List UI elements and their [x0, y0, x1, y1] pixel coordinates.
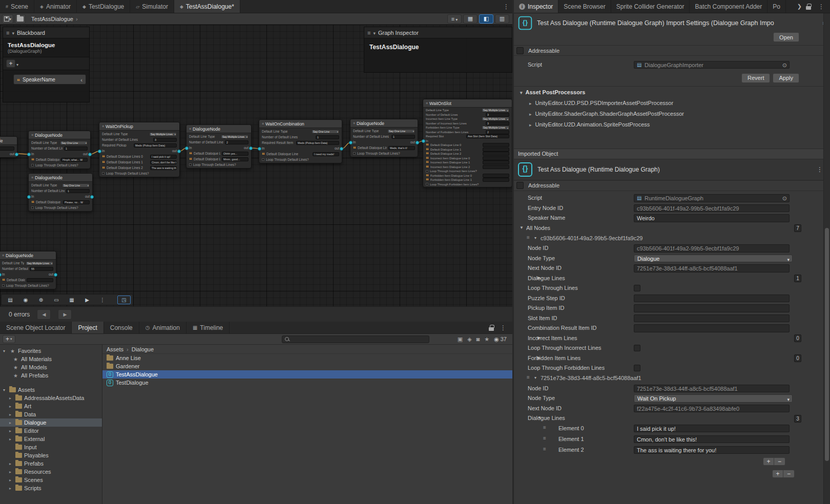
- foldout-arrow-icon[interactable]: [3, 388, 7, 392]
- node-row[interactable]: Default Line Type Say Multiple Lines Say…: [186, 134, 251, 139]
- layout-icon[interactable]: ▦: [65, 296, 78, 304]
- row-value-field[interactable]: RuntimeDialogueGraph: [634, 194, 790, 202]
- array-size-field[interactable]: 0: [794, 334, 801, 342]
- lock-icon[interactable]: [489, 327, 494, 331]
- node-row[interactable]: Default Dialogue Lines 1 Mmm, good... Mm…: [186, 156, 251, 162]
- row-value-field[interactable]: [634, 314, 790, 323]
- graph-inspector-panel[interactable]: Graph Inspector TestAssDialogue: [364, 27, 512, 73]
- favorite-star-icon[interactable]: ★: [484, 336, 489, 343]
- node-row[interactable]: Incorrect Item Line Type Say Multiple Li…: [423, 117, 512, 121]
- row-value-field[interactable]: [634, 324, 790, 332]
- node-row[interactable]: Number of Default Lines 55 55 55: [0, 266, 56, 271]
- foldout-arrow-icon[interactable]: [9, 486, 13, 491]
- graph-node[interactable]: DialogueNode Default Line Type Say Multi…: [0, 251, 56, 289]
- remove-element-button[interactable]: [783, 470, 795, 478]
- node-row[interactable]: Default Line Type Say One Line Say One L…: [259, 129, 342, 134]
- node-row[interactable]: Default Dialogue Lines 0 I said pick it …: [99, 154, 179, 159]
- play-icon[interactable]: ▶: [80, 296, 94, 304]
- view-menu-button[interactable]: ≡: [447, 14, 462, 24]
- node-row[interactable]: Loop Through Incorrect Item Lines?: [423, 169, 512, 174]
- foldout-arrow-icon[interactable]: [9, 461, 13, 466]
- node-row[interactable]: In out out out: [29, 151, 90, 157]
- foldout-arrow-icon[interactable]: [9, 404, 13, 409]
- node-row[interactable]: Number of Default Lines 1 1 1: [350, 134, 418, 139]
- node-row[interactable]: Declares: [0, 145, 17, 151]
- script-value-field[interactable]: DialogueGraphImporter: [634, 61, 790, 69]
- search-by-label-icon[interactable]: ◈: [467, 336, 471, 343]
- node-row[interactable]: Incorrect Item Dialogue Line 1: [423, 160, 512, 165]
- assets-root[interactable]: Assets: [0, 386, 102, 394]
- node-value-field[interactable]: 3: [153, 138, 177, 142]
- add-property-button[interactable]: +: [6, 59, 15, 68]
- tree-folder-item[interactable]: Playables: [0, 451, 102, 459]
- all-nodes-foldout[interactable]: ▼ All Nodes 7: [514, 223, 830, 234]
- drag-handle-icon[interactable]: [527, 374, 530, 380]
- node-row[interactable]: Loop Through Default Lines?: [29, 162, 90, 168]
- node-value-field[interactable]: 2: [225, 140, 248, 144]
- array-size-field[interactable]: 3: [794, 415, 801, 423]
- project-search[interactable]: [282, 335, 429, 343]
- more-icon[interactable]: ⋮: [96, 296, 109, 304]
- node-row[interactable]: Incorrect Item Dialogue Line 2: [423, 165, 512, 170]
- node-value-field[interactable]: 3: [486, 113, 509, 117]
- apply-button[interactable]: Apply: [773, 73, 799, 83]
- graph-node[interactable]: WaitOnPickup Default Line Type Say Multi…: [99, 122, 180, 177]
- foldout-arrow-icon[interactable]: [9, 429, 13, 433]
- add-property-caret-icon[interactable]: [16, 59, 18, 68]
- node-row[interactable]: Loop Through Default Lines?: [0, 283, 56, 288]
- foldout-arrow-icon[interactable]: [9, 478, 13, 482]
- foldout-arrow-icon[interactable]: [9, 396, 13, 401]
- tree-folder-item[interactable]: Dialogue: [0, 418, 102, 427]
- inspector-tab[interactable]: Sprite Collider Generator: [611, 0, 690, 13]
- node-row[interactable]: Default Dialogue Line Please, no... W Pl…: [29, 199, 92, 205]
- node-value-field[interactable]: 1: [64, 146, 88, 151]
- foldout-arrow-icon[interactable]: [9, 437, 13, 442]
- dialogue-graph-canvas[interactable]: StartNode Declares: [0, 25, 512, 306]
- node-row[interactable]: Default Line Type Say One Line Say One L…: [29, 140, 90, 145]
- node-title[interactable]: DialogueNode: [350, 119, 418, 128]
- stats-panel-icon[interactable]: ▥: [495, 14, 509, 24]
- node-row[interactable]: Default Line Type Say One Line Say One L…: [29, 182, 92, 188]
- row-value-field[interactable]: 7251e73e-38d3-44ff-a8c5-bcf54088aaf1: [634, 385, 790, 393]
- node-value-field[interactable]: 3: [486, 121, 509, 125]
- node-value-field[interactable]: [483, 148, 509, 152]
- node-row[interactable]: Number of Default Lines 2 2 2: [186, 139, 251, 145]
- node-row[interactable]: In out out out: [99, 148, 179, 154]
- node-dropdown[interactable]: Say Multiple Lines: [482, 125, 509, 130]
- node-title[interactable]: WaitOnCombination: [259, 120, 342, 128]
- inspector-scrollbar[interactable]: [823, 13, 830, 504]
- asset-item[interactable]: TestDialogue: [102, 379, 512, 387]
- array-size-field[interactable]: 0: [794, 354, 801, 362]
- revert-button[interactable]: Revert: [741, 73, 770, 83]
- scrollbar-thumb[interactable]: [825, 228, 829, 461]
- postprocessor-item[interactable]: UnityEditor.U2D.PSD.PSDImporterAssetPost…: [514, 98, 830, 109]
- drag-handle-icon[interactable]: [543, 435, 546, 441]
- node-row[interactable]: Number of Default Lines 1 1 1: [29, 188, 92, 194]
- node-row[interactable]: In: [423, 139, 512, 143]
- favorites-section[interactable]: Favorites: [0, 347, 102, 355]
- node-value-field[interactable]: [483, 165, 509, 169]
- node-checkbox[interactable]: [102, 172, 105, 175]
- bottom-tab[interactable]: ▦ Timeline: [186, 322, 230, 333]
- window-tab[interactable]: ▱ Simulator: [130, 0, 174, 13]
- foldout-arrow-icon[interactable]: [3, 349, 7, 353]
- node-title[interactable]: DialogueNode: [0, 251, 56, 260]
- tree-folder-item[interactable]: Prefabs: [0, 459, 102, 468]
- row-value-field[interactable]: The ass is waiting there for you!: [634, 446, 790, 454]
- breadcrumb-root[interactable]: Assets: [107, 346, 123, 352]
- node-value-field[interactable]: Meds (Pickup Item Data): [134, 143, 177, 148]
- node-checkbox[interactable]: [426, 170, 428, 173]
- node-value-field[interactable]: 1: [391, 135, 415, 139]
- window-icon[interactable]: ▭: [50, 296, 63, 304]
- remove-element-button[interactable]: [774, 457, 785, 466]
- row-value-field[interactable]: f22a475e-4c2f-41c6-9b73-6a83498abfe0: [634, 405, 790, 413]
- tree-folder-item[interactable]: Editor: [0, 427, 102, 435]
- node-row[interactable]: out out out: [0, 151, 17, 157]
- node-row[interactable]: Number of Default Lines 1 1 1: [29, 145, 90, 151]
- window-tab[interactable]: ◈ Animator: [34, 0, 77, 13]
- node-title[interactable]: WaitOnSlot: [423, 99, 512, 108]
- node-row[interactable]: Required Pickup Meds (Pickup Item Data) …: [99, 142, 179, 148]
- node-row[interactable]: Forbidden Item Dialogue Line 0: [423, 174, 512, 178]
- search-by-type-icon[interactable]: ▣: [458, 336, 463, 343]
- addressable-checkbox[interactable]: [516, 47, 524, 54]
